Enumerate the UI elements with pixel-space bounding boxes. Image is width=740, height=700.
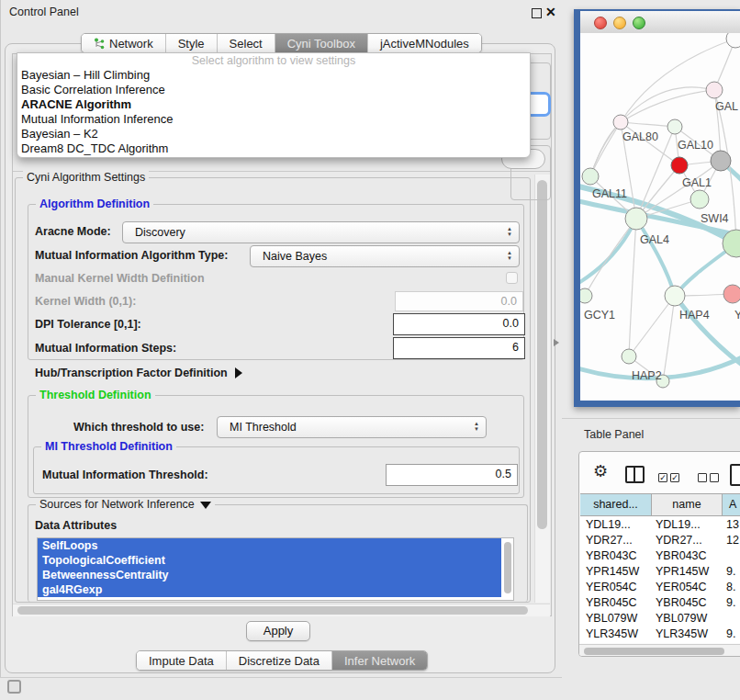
attribute-list-item[interactable]: BetweennessCentrality <box>38 568 501 582</box>
table-panel-title: Table Panel <box>584 428 644 441</box>
minimize-window-icon[interactable] <box>613 17 626 29</box>
network-edge[interactable] <box>629 219 636 356</box>
list-scrollbar-thumb[interactable] <box>504 542 511 593</box>
attribute-list-item[interactable]: TopologicalCoefficient <box>38 553 501 568</box>
algorithm-definition-title: Algorithm Definition <box>36 198 153 210</box>
settings-group-title: Cyni Algorithm Settings <box>23 171 149 184</box>
float-panel-icon[interactable] <box>532 8 542 18</box>
attribute-items: SelfLoops TopologicalCoefficient Between… <box>38 538 513 597</box>
network-edge[interactable] <box>621 122 675 127</box>
network-edge[interactable] <box>621 90 714 122</box>
mi-algorithm-type-combobox[interactable]: Naive Bayes ▲▼ <box>250 245 520 267</box>
function-builder-icon[interactable] <box>730 464 740 486</box>
network-edge[interactable] <box>636 219 675 296</box>
mi-threshold-field[interactable]: 0.5 <box>386 464 518 486</box>
network-node[interactable] <box>671 157 688 174</box>
mi-threshold-label: Mutual Information Threshold: <box>42 469 208 481</box>
tab-jactivemnodules[interactable]: jActiveMNodules <box>367 34 481 52</box>
network-node[interactable] <box>706 82 723 98</box>
hub-definition-toggle[interactable]: Hub/Transcription Factor Definition <box>35 367 242 379</box>
close-panel-icon[interactable]: ✕ <box>545 5 556 19</box>
algorithm-option[interactable]: ARACNE Algorithm <box>17 97 530 112</box>
settings-vertical-scrollbar-thumb[interactable] <box>537 180 547 529</box>
tab-infer-network[interactable]: Infer Network <box>331 651 427 670</box>
minimized-panel-icon[interactable] <box>7 680 21 694</box>
algorithm-option[interactable]: Bayesian – K2 <box>17 127 530 141</box>
columns-icon[interactable] <box>625 466 645 483</box>
algorithm-option[interactable]: Bayesian – Hill Climbing <box>17 68 530 83</box>
table-row[interactable]: YPR145W YPR145W 9. <box>580 564 740 580</box>
network-edge[interactable] <box>590 122 621 176</box>
table-row[interactable]: YER054C YER054C 8. <box>580 580 740 595</box>
network-node[interactable] <box>711 151 731 171</box>
expand-arrow-icon[interactable] <box>235 367 242 378</box>
table-row[interactable]: YBR045C YBR045C 9. <box>580 595 740 611</box>
select-all-checkbox-icon[interactable]: ✓ <box>658 473 667 482</box>
algorithm-option[interactable]: Mutual Information Inference <box>17 112 530 127</box>
sources-title[interactable]: Sources for Network Inference <box>36 498 215 511</box>
network-canvas[interactable]: GALGAL80GAL10GAL1GAL11SWI4GAL4GCY1HAP4YH… <box>580 33 740 401</box>
tab-network[interactable]: Network <box>82 34 165 52</box>
network-node[interactable] <box>625 208 647 230</box>
close-window-icon[interactable] <box>594 17 607 29</box>
splitter-expand-arrow[interactable] <box>554 339 559 346</box>
table-row[interactable]: YDR27... YDR27... 12 <box>580 533 740 548</box>
dpi-tolerance-field[interactable]: 0.0 <box>393 313 525 335</box>
column-header-name[interactable]: name <box>652 494 723 515</box>
settings-horizontal-scrollbar-thumb[interactable] <box>17 606 528 615</box>
network-node[interactable] <box>622 349 636 364</box>
tab-style[interactable]: Style <box>165 34 217 52</box>
network-view[interactable]: GALGAL80GAL10GAL1GAL11SWI4GAL4GCY1HAP4YH… <box>580 33 740 401</box>
attribute-list-item[interactable]: SelfLoops <box>38 538 501 553</box>
network-node[interactable] <box>580 288 592 303</box>
tab-select[interactable]: Select <box>217 34 275 52</box>
apply-button[interactable]: Apply <box>246 621 310 641</box>
network-node-label: GAL1 <box>682 176 712 189</box>
list-scrollbar[interactable] <box>503 540 512 597</box>
network-edge[interactable] <box>580 219 636 287</box>
collapse-arrow-icon[interactable] <box>200 502 211 509</box>
table-row[interactable]: YLR345W YLR345W 9. <box>580 627 740 642</box>
network-window[interactable]: GALGAL80GAL10GAL1GAL11SWI4GAL4GCY1HAP4YH… <box>574 9 740 407</box>
network-node[interactable] <box>613 115 628 130</box>
attribute-list-item[interactable]: gal4RGexp <box>38 582 501 597</box>
aracne-mode-label: Aracne Mode: <box>35 225 111 238</box>
table-row[interactable]: YBR043C YBR043C <box>580 548 740 564</box>
table-horizontal-scrollbar-thumb[interactable] <box>584 648 724 655</box>
network-node[interactable] <box>690 190 709 209</box>
which-threshold-label: Which threshold to use: <box>73 421 204 434</box>
table-row[interactable]: YDL19... YDL19... 13 <box>580 517 740 533</box>
algorithm-option[interactable]: Dream8 DC_TDC Algorithm <box>17 141 530 156</box>
network-node[interactable] <box>665 286 685 306</box>
network-node[interactable] <box>726 33 740 48</box>
network-node-label: GAL10 <box>678 139 713 152</box>
table-horizontal-scrollbar[interactable] <box>579 644 740 657</box>
table-row[interactable]: YBL079W YBL079W <box>580 611 740 627</box>
kernel-width-label: Kernel Width (0,1): <box>35 295 136 308</box>
table-row[interactable]: YIL052C YIL052C 9. <box>580 642 740 643</box>
column-header-shared-name[interactable]: shared... <box>580 494 652 515</box>
network-node[interactable] <box>667 119 682 134</box>
tab-impute-data[interactable]: Impute Data <box>137 651 226 670</box>
network-edge[interactable] <box>675 296 740 371</box>
gear-icon[interactable]: ⚙ <box>593 463 608 480</box>
tab-cyni-toolbox[interactable]: Cyni Toolbox <box>275 34 367 52</box>
deselect-all-checkbox-icon[interactable] <box>710 473 719 482</box>
network-node[interactable] <box>582 168 599 185</box>
threshold-definition-title: Threshold Definition <box>36 389 155 401</box>
data-attributes-list[interactable]: SelfLoops TopologicalCoefficient Between… <box>37 537 514 601</box>
mi-steps-label: Mutual Information Steps: <box>35 342 176 355</box>
tab-discretize-data[interactable]: Discretize Data <box>226 651 331 670</box>
manual-kernel-width-checkbox[interactable] <box>506 272 518 284</box>
zoom-window-icon[interactable] <box>633 17 645 29</box>
select-all-checkbox-icon[interactable]: ✓ <box>670 473 679 482</box>
aracne-mode-combobox[interactable]: Discovery ▲▼ <box>122 221 520 243</box>
which-threshold-combobox[interactable]: MI Threshold ▲▼ <box>217 416 487 438</box>
algorithm-option[interactable]: Basic Correlation Inference <box>17 83 530 97</box>
deselect-all-checkbox-icon[interactable] <box>698 473 707 482</box>
network-node-label: HAP2 <box>632 369 662 382</box>
mi-steps-field[interactable]: 6 <box>393 337 525 359</box>
column-header-clipped[interactable]: A <box>723 494 740 515</box>
network-node[interactable] <box>723 285 740 303</box>
kernel-width-field[interactable]: 0.0 <box>395 291 523 311</box>
